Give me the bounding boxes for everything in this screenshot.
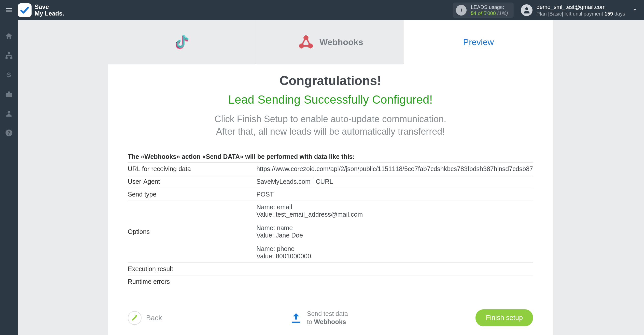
usage-badge[interactable]: i LEADS usage: 54 of 5'000 (1%) <box>453 3 513 18</box>
help-icon: ? <box>5 129 13 137</box>
svg-rect-1 <box>8 52 10 54</box>
tiktok-icon <box>173 33 191 51</box>
sitemap-icon <box>5 51 13 60</box>
sidebar-item-billing[interactable]: $ <box>5 71 13 80</box>
success-message: Lead Sending Successfully Configured! <box>128 93 533 106</box>
page: Webhooks Preview Congratulations! Lead S… <box>18 20 644 335</box>
data-table: URL for receiving data https://www.corez… <box>128 162 533 288</box>
send-test-button[interactable]: Send test data to Webhooks <box>290 310 348 326</box>
content-card: Webhooks Preview Congratulations! Lead S… <box>108 20 553 335</box>
tabs: Webhooks Preview <box>108 20 553 64</box>
usage-text: LEADS usage: 54 of 5'000 (1%) <box>471 4 508 16</box>
congrats-title: Congratulations! <box>128 73 533 88</box>
back-label: Back <box>146 314 162 322</box>
hint-text: Click Finish Setup to enable auto-update… <box>128 113 533 138</box>
briefcase-icon <box>5 90 13 98</box>
svg-rect-3 <box>10 57 12 59</box>
tab-webhooks[interactable]: Webhooks <box>256 20 405 64</box>
account-chevron[interactable] <box>631 6 638 14</box>
sidebar-item-briefcase[interactable] <box>5 90 13 99</box>
pencil-icon-circle <box>128 311 142 325</box>
back-button[interactable]: Back <box>128 311 162 325</box>
label-runtime-errors: Runtime errors <box>128 275 256 288</box>
tab-preview[interactable]: Preview <box>404 20 553 64</box>
row-user-agent: User-Agent SaveMyLeads.com | CURL <box>128 175 533 188</box>
tab-source[interactable] <box>108 20 256 64</box>
svg-text:$: $ <box>7 71 11 79</box>
intro-text: The «Webhooks» action «Send DATA» will b… <box>128 153 533 160</box>
sidebar-item-connections[interactable] <box>5 51 13 61</box>
account-menu[interactable]: demo_sml_test@gmail.com Plan |Basic| lef… <box>521 4 625 17</box>
svg-rect-5 <box>6 93 12 97</box>
footer-row: Back Send test data to Webhooks Finish s… <box>128 309 533 326</box>
svg-rect-2 <box>6 57 8 59</box>
value-url: https://www.corezoid.com/api/2/json/publ… <box>256 163 533 175</box>
value-options: Name: email Value: test_email_address@ma… <box>256 201 533 263</box>
menu-toggle[interactable] <box>0 0 18 20</box>
svg-point-9 <box>304 36 308 40</box>
logo[interactable]: Save My Leads. <box>18 3 64 17</box>
topbar: Save My Leads. i LEADS usage: 54 of 5'00… <box>0 0 644 20</box>
home-icon <box>5 32 13 40</box>
logo-text: Save My Leads. <box>35 4 64 17</box>
user-icon <box>5 109 13 118</box>
chevron-down-icon <box>631 6 638 13</box>
svg-text:?: ? <box>7 130 10 136</box>
tab-webhooks-label: Webhooks <box>319 37 363 47</box>
value-send-type: POST <box>256 188 533 201</box>
sidebar: $ ? <box>0 20 18 335</box>
send-test-label: Send test data to Webhooks <box>307 310 348 326</box>
label-user-agent: User-Agent <box>128 175 256 188</box>
label-send-type: Send type <box>128 188 256 201</box>
label-url: URL for receiving data <box>128 163 256 175</box>
row-execution-result: Execution result <box>128 263 533 275</box>
pencil-icon <box>131 315 138 321</box>
finish-setup-button[interactable]: Finish setup <box>475 309 533 326</box>
logo-mark <box>18 3 32 17</box>
hamburger-icon <box>5 6 13 14</box>
row-url: URL for receiving data https://www.corez… <box>128 163 533 175</box>
sidebar-item-help[interactable]: ? <box>5 129 13 138</box>
svg-point-6 <box>8 111 10 114</box>
upload-icon <box>290 312 302 324</box>
sidebar-item-home[interactable] <box>5 32 13 41</box>
checkmark-icon <box>20 5 30 15</box>
svg-point-0 <box>525 7 528 10</box>
webhooks-icon <box>297 33 315 51</box>
avatar-icon <box>521 4 533 16</box>
account-text: demo_sml_test@gmail.com Plan |Basic| lef… <box>537 4 625 17</box>
value-user-agent: SaveMyLeads.com | CURL <box>256 175 533 188</box>
value-execution-result <box>256 263 533 275</box>
row-options: Options Name: email Value: test_email_ad… <box>128 201 533 263</box>
label-options: Options <box>128 201 256 263</box>
sidebar-item-profile[interactable] <box>5 109 13 119</box>
info-icon: i <box>456 5 467 16</box>
tab-preview-label: Preview <box>463 37 494 47</box>
row-runtime-errors: Runtime errors <box>128 275 533 288</box>
label-execution-result: Execution result <box>128 263 256 275</box>
body-area: Congratulations! Lead Sending Successful… <box>108 64 553 335</box>
dollar-icon: $ <box>5 71 13 79</box>
row-send-type: Send type POST <box>128 188 533 201</box>
value-runtime-errors <box>256 275 533 288</box>
